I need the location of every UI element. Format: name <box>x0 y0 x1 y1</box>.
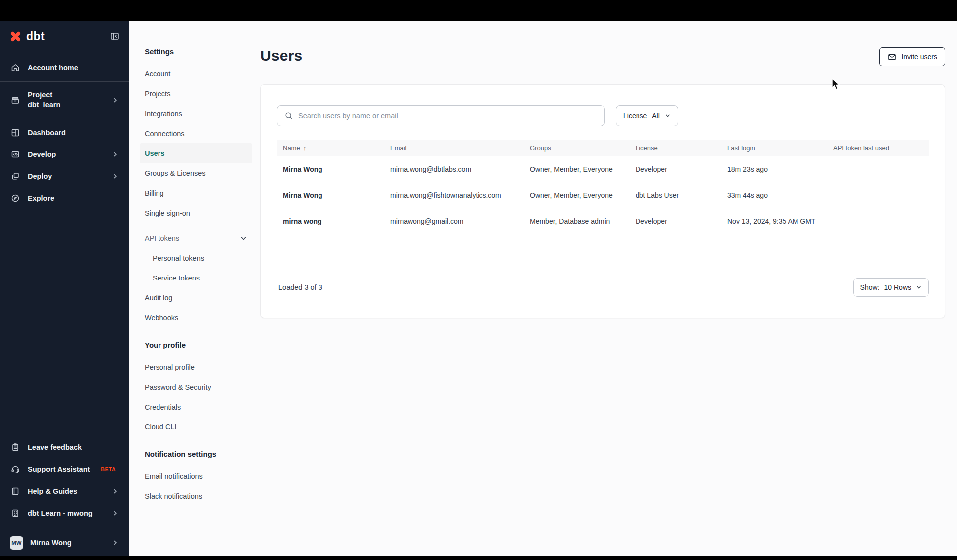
column-header-groups[interactable]: Groups <box>524 144 630 152</box>
book-icon <box>10 486 21 497</box>
sidebar-item-support-assistant[interactable]: Support Assistant BETA <box>0 458 129 480</box>
user-groups-cell: Member, Database admin <box>524 217 630 225</box>
nav-label: Cloud CLI <box>145 423 176 431</box>
envelope-icon <box>887 52 897 62</box>
nav-label: Users <box>145 149 164 157</box>
settings-nav-item-service-tokens[interactable]: Service tokens <box>140 268 252 288</box>
license-filter-dropdown[interactable]: License All <box>616 105 678 126</box>
sort-ascending-icon: ↑ <box>303 144 307 152</box>
sidebar-item-leave-feedback[interactable]: Leave feedback <box>0 436 129 458</box>
search-input[interactable] <box>298 112 597 120</box>
users-table: Name↑ Email Groups License Last login AP… <box>277 140 929 234</box>
sidebar-item-dbt-learn[interactable]: dbt Learn - mwong <box>0 502 129 524</box>
settings-nav-item-cloud-cli[interactable]: Cloud CLI <box>140 417 252 437</box>
sidebar-item-label: dbt Learn - mwong <box>28 509 93 517</box>
user-license-cell: dbt Labs User <box>630 191 721 199</box>
settings-nav-item-projects[interactable]: Projects <box>140 84 252 104</box>
settings-nav-item-password-security[interactable]: Password & Security <box>140 377 252 397</box>
invite-users-button[interactable]: Invite users <box>879 47 945 66</box>
chevron-right-icon <box>112 173 119 180</box>
nav-label: Personal tokens <box>153 254 204 262</box>
divider <box>0 119 129 119</box>
sidebar-item-label: Help & Guides <box>28 487 77 495</box>
nav-label: Groups & Licenses <box>145 169 206 177</box>
column-header-last-login[interactable]: Last login <box>721 144 827 152</box>
sidebar-item-label: Support Assistant <box>28 465 90 473</box>
user-last-login-cell: Nov 13, 2024, 9:35 AM GMT <box>721 217 827 225</box>
sidebar-item-label: Explore <box>28 194 54 202</box>
show-label: Show: <box>860 283 880 291</box>
divider <box>0 527 129 527</box>
table-row[interactable]: mirna wong mirnawong@gmail.com Member, D… <box>277 208 929 234</box>
user-name-cell: mirna wong <box>277 217 384 225</box>
nav-label: Projects <box>145 90 170 98</box>
nav-label: Service tokens <box>153 274 200 282</box>
avatar: MW <box>10 536 23 550</box>
settings-nav-item-slack-notifications[interactable]: Slack notifications <box>140 486 252 506</box>
page-title: Users <box>260 47 302 64</box>
table-row[interactable]: Mirna Wong mirna.wong@fishtownanalytics.… <box>277 182 929 208</box>
project-name: dbt_learn <box>28 100 60 110</box>
top-black-bar <box>0 0 957 21</box>
sidebar: dbt Account home Project dbt_learn <box>0 21 129 556</box>
sidebar-item-account-home[interactable]: Account home <box>0 57 129 79</box>
user-name-cell: Mirna Wong <box>277 191 384 199</box>
settings-nav-item-users[interactable]: Users <box>140 143 252 163</box>
chevron-right-icon <box>112 97 119 104</box>
settings-nav-item-integrations[interactable]: Integrations <box>140 104 252 124</box>
sidebar-item-dashboard[interactable]: Dashboard <box>0 122 129 143</box>
settings-nav-item-api-tokens[interactable]: API tokens <box>140 228 252 248</box>
chevron-down-icon <box>240 235 247 242</box>
table-row[interactable]: Mirna Wong mirna.wong@dbtlabs.com Owner,… <box>277 156 929 182</box>
sidebar-item-label: Deploy <box>28 172 52 180</box>
sidebar-item-develop[interactable]: Develop <box>0 143 129 165</box>
chevron-down-icon <box>916 284 922 290</box>
sidebar-item-project[interactable]: Project dbt_learn <box>0 84 129 116</box>
settings-nav-item-single-sign-on[interactable]: Single sign-on <box>140 203 252 223</box>
column-header-email[interactable]: Email <box>384 144 524 152</box>
settings-nav-item-personal-tokens[interactable]: Personal tokens <box>140 248 252 268</box>
settings-nav-item-billing[interactable]: Billing <box>140 183 252 203</box>
dashboard-icon <box>10 127 21 138</box>
license-filter-value: All <box>652 112 660 120</box>
settings-nav-item-account[interactable]: Account <box>140 64 252 84</box>
nav-label: Slack notifications <box>145 492 202 500</box>
sidebar-item-explore[interactable]: Explore <box>0 187 129 209</box>
sidebar-item-label: Leave feedback <box>28 443 82 451</box>
column-header-name[interactable]: Name↑ <box>277 144 384 152</box>
dbt-logo-text: dbt <box>26 30 45 43</box>
sidebar-item-label: Develop <box>28 150 56 158</box>
settings-nav-item-personal-profile[interactable]: Personal profile <box>140 357 252 377</box>
sidebar-item-help-guides[interactable]: Help & Guides <box>0 480 129 502</box>
chevron-down-icon <box>665 113 671 119</box>
settings-nav-item-email-notifications[interactable]: Email notifications <box>140 466 252 486</box>
table-header-row: Name↑ Email Groups License Last login AP… <box>277 140 929 156</box>
sidebar-item-deploy[interactable]: Deploy <box>0 165 129 187</box>
nav-label: Billing <box>145 189 164 197</box>
collapse-sidebar-icon[interactable] <box>110 31 120 41</box>
nav-label: Webhooks <box>145 314 178 322</box>
nav-label: API tokens <box>145 234 179 242</box>
explore-compass-icon <box>10 193 21 204</box>
settings-nav-item-groups-licenses[interactable]: Groups & Licenses <box>140 163 252 183</box>
clipboard-icon <box>10 442 21 453</box>
settings-nav-item-connections[interactable]: Connections <box>140 124 252 143</box>
column-header-license[interactable]: License <box>630 144 721 152</box>
dbt-logo-icon <box>9 30 22 43</box>
settings-nav-item-credentials[interactable]: Credentials <box>140 397 252 417</box>
invite-users-label: Invite users <box>901 53 937 61</box>
sidebar-item-label: Dashboard <box>28 129 66 137</box>
deploy-icon <box>10 171 21 182</box>
search-icon <box>284 111 293 120</box>
column-header-api-token[interactable]: API token last used <box>827 144 929 152</box>
rows-per-page-dropdown[interactable]: Show: 10 Rows <box>853 278 929 297</box>
building-icon <box>10 508 21 519</box>
divider <box>0 81 129 82</box>
settings-nav-item-audit-log[interactable]: Audit log <box>140 288 252 308</box>
sidebar-user-menu[interactable]: MW Mirna Wong <box>0 530 129 556</box>
show-value: 10 Rows <box>884 283 911 291</box>
user-name-cell: Mirna Wong <box>277 165 384 173</box>
search-box <box>277 105 605 126</box>
settings-nav-item-webhooks[interactable]: Webhooks <box>140 308 252 328</box>
chevron-right-icon <box>112 510 119 517</box>
